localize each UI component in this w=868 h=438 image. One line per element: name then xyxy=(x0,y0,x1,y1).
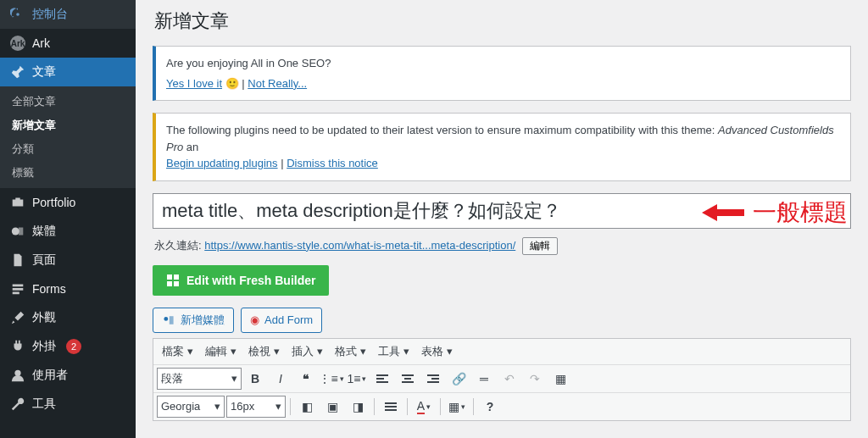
fresh-builder-button[interactable]: Edit with Fresh Builder xyxy=(153,265,329,296)
add-media-label: 新增媒體 xyxy=(181,313,225,328)
smile-icon: 🙂 xyxy=(225,77,239,90)
sidebar-item-portfolio[interactable]: Portfolio xyxy=(0,188,136,217)
submenu-categories[interactable]: 分類 xyxy=(0,137,136,161)
plugin-notice-text: The following plugins need to be updated… xyxy=(166,124,718,136)
font-size-select[interactable]: 16px▾ xyxy=(226,396,286,418)
sidebar-item-plugins[interactable]: 外掛 2 xyxy=(0,332,136,361)
seo-notice: Are you enjoying All in One SEO? Yes I l… xyxy=(153,46,851,101)
toolbar-format-row1: 段落▾ B I ❝ ⋮≡▾ 1≡▾ 🔗 ═ ↶ ↷ ▦ xyxy=(153,365,850,393)
blockquote-button[interactable]: ❝ xyxy=(294,367,318,391)
sidebar-item-label: 文章 xyxy=(32,64,56,80)
seo-notice-yes-link[interactable]: Yes I love it xyxy=(166,77,222,90)
sidebar-item-posts[interactable]: 文章 xyxy=(0,58,136,86)
sidebar-item-media[interactable]: 媒體 xyxy=(0,217,136,246)
redo-button[interactable]: ↷ xyxy=(523,367,547,391)
sidebar-item-ark[interactable]: Ark Ark xyxy=(0,29,136,58)
align-right-button[interactable] xyxy=(421,367,445,391)
svg-point-7 xyxy=(164,317,168,321)
svg-rect-3 xyxy=(167,274,172,280)
sidebar-item-appearance[interactable]: 外觀 xyxy=(0,303,136,332)
float-left-button[interactable]: ◧ xyxy=(295,395,319,419)
align-justify-button[interactable] xyxy=(379,395,403,419)
dismiss-notice-link[interactable]: Dismiss this notice xyxy=(287,157,378,169)
link-button[interactable]: 🔗 xyxy=(447,367,470,391)
sidebar-item-users[interactable]: 使用者 xyxy=(0,361,136,390)
form-add-icon: ◉ xyxy=(250,313,259,326)
main-content: 新增文章 Are you enjoying All in One SEO? Ye… xyxy=(136,0,868,438)
seo-notice-no-link[interactable]: Not Really... xyxy=(248,77,307,90)
permalink-row: 永久連結: https://www.hantis-style.com/what-… xyxy=(154,237,849,255)
menu-insert[interactable]: 插入▾ xyxy=(287,341,328,363)
align-center-button[interactable] xyxy=(396,367,420,391)
sidebar-item-forms[interactable]: Forms xyxy=(0,274,136,303)
text-color-button[interactable]: A▾ xyxy=(412,395,436,419)
permalink-label: 永久連結: xyxy=(154,239,204,252)
undo-button[interactable]: ↶ xyxy=(498,367,521,391)
svg-rect-11 xyxy=(402,374,414,376)
submenu-tags[interactable]: 標籤 xyxy=(0,161,136,185)
post-title-input[interactable] xyxy=(153,193,851,229)
italic-button[interactable]: I xyxy=(269,367,292,391)
submenu-new-post[interactable]: 新增文章 xyxy=(0,114,136,137)
sidebar-item-tools[interactable]: 工具 xyxy=(0,390,136,419)
toolbar-format-row2: Georgia▾ 16px▾ ◧ ▣ ◨ A▾ ▦▾ ? xyxy=(153,393,850,420)
more-button[interactable]: ═ xyxy=(472,367,496,391)
plugin-update-notice: The following plugins need to be updated… xyxy=(153,113,851,181)
svg-rect-17 xyxy=(385,402,397,404)
svg-rect-18 xyxy=(385,406,397,408)
svg-rect-19 xyxy=(385,409,397,411)
number-list-button[interactable]: 1≡▾ xyxy=(345,367,369,391)
svg-rect-6 xyxy=(174,281,179,286)
sidebar-item-label: Forms xyxy=(32,282,66,296)
sidebar-item-label: 媒體 xyxy=(32,224,56,239)
svg-rect-9 xyxy=(376,378,384,380)
float-center-button[interactable]: ▣ xyxy=(320,395,344,419)
svg-point-0 xyxy=(16,13,19,16)
gauge-icon xyxy=(10,7,25,22)
wrench-icon xyxy=(10,396,25,412)
svg-rect-13 xyxy=(402,381,414,383)
sidebar-item-label: 控制台 xyxy=(32,7,68,22)
format-select[interactable]: 段落▾ xyxy=(157,368,242,390)
menu-format[interactable]: 格式▾ xyxy=(330,341,371,363)
page-title: 新增文章 xyxy=(154,8,851,34)
align-left-button[interactable] xyxy=(370,367,394,391)
bullet-list-button[interactable]: ⋮≡▾ xyxy=(320,367,343,391)
svg-rect-5 xyxy=(167,281,172,286)
grid-icon xyxy=(166,274,180,287)
menu-file[interactable]: 檔案▾ xyxy=(157,341,198,363)
seo-notice-question: Are you enjoying All in One SEO? xyxy=(166,55,840,72)
begin-updating-link[interactable]: Begin updating plugins xyxy=(166,157,278,169)
menu-tools[interactable]: 工具▾ xyxy=(373,341,415,363)
bold-button[interactable]: B xyxy=(243,367,267,391)
plugin-notice-tail: an xyxy=(186,141,198,153)
submenu-all-posts[interactable]: 全部文章 xyxy=(0,90,136,114)
sidebar-item-dashboard[interactable]: 控制台 xyxy=(0,0,136,29)
pin-icon xyxy=(10,64,25,80)
float-right-button[interactable]: ◨ xyxy=(346,395,370,419)
svg-rect-8 xyxy=(376,374,388,376)
sidebar-item-label: Portfolio xyxy=(32,196,75,209)
menu-view[interactable]: 檢視▾ xyxy=(243,341,285,363)
menu-edit[interactable]: 編輯▾ xyxy=(200,341,242,363)
toolbar-toggle-button[interactable]: ▦ xyxy=(548,367,572,391)
permalink-url[interactable]: https://www.hantis-style.com/what-is-met… xyxy=(204,239,515,252)
svg-point-1 xyxy=(12,228,19,236)
sidebar-item-label: 工具 xyxy=(32,396,56,412)
font-family-select[interactable]: Georgia▾ xyxy=(157,396,225,418)
ark-icon: Ark xyxy=(10,36,25,51)
add-media-button[interactable]: 新增媒體 xyxy=(153,308,234,333)
plug-icon xyxy=(10,339,25,354)
permalink-edit-button[interactable]: 編輯 xyxy=(522,237,558,255)
sidebar-item-label: Ark xyxy=(32,36,50,50)
add-form-button[interactable]: ◉ Add Form xyxy=(241,308,322,333)
table-button[interactable]: ▦▾ xyxy=(445,395,469,419)
svg-point-2 xyxy=(14,370,20,376)
menu-table[interactable]: 表格▾ xyxy=(416,341,458,363)
svg-rect-10 xyxy=(376,381,388,383)
sidebar-item-pages[interactable]: 頁面 xyxy=(0,246,136,274)
svg-rect-12 xyxy=(404,378,411,380)
sidebar-item-label: 使用者 xyxy=(32,368,68,383)
svg-rect-4 xyxy=(174,274,179,280)
help-button[interactable]: ? xyxy=(478,395,502,419)
